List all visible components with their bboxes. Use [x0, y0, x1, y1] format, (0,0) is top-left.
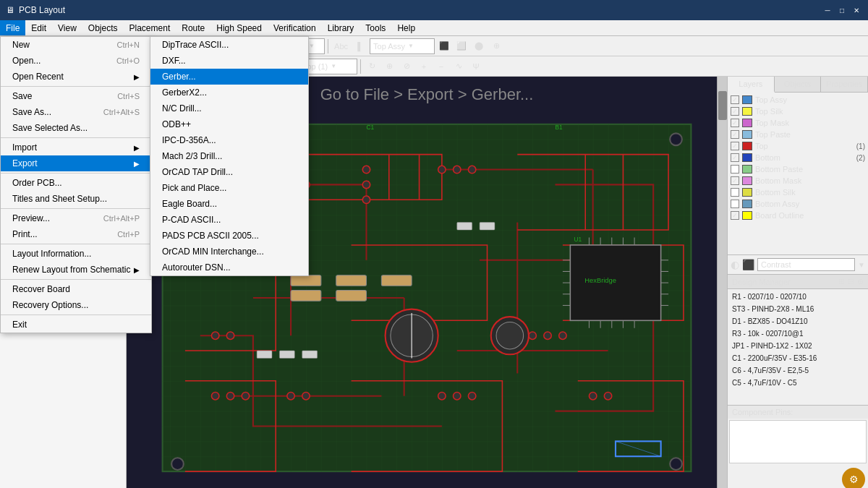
file-menu-exit[interactable]: Exit — [1, 317, 151, 333]
export-menu-diptrace-ascii---[interactable]: DipTrace ASCII... — [150, 37, 308, 53]
export-menu-gerberx2---[interactable]: GerberX2... — [150, 85, 308, 100]
bar-button[interactable]: ▌ — [352, 38, 368, 54]
dm-component-item[interactable]: JP1 - PINHD-1X2 - 1X02 — [731, 340, 865, 352]
export-menu-dxf---[interactable]: DXF... — [150, 53, 308, 69]
dm-component-item[interactable]: C6 - 4,7uF/35V - E2,5-5 — [731, 364, 865, 377]
tool4-button[interactable]: ⊕ — [488, 38, 504, 54]
filter-btn[interactable]: ⊘ — [399, 59, 414, 74]
file-menu-layout-information---[interactable]: Layout Information... — [1, 246, 151, 262]
layer-row-bottom-assy[interactable]: Bottom Assy — [729, 198, 867, 210]
export-menu-orcad-tap-drill---[interactable]: OrCAD TAP Drill... — [150, 164, 308, 180]
menu-file[interactable]: File — [0, 20, 25, 35]
minimize-button[interactable]: ─ — [822, 4, 833, 16]
file-menu-export[interactable]: Export▶ — [1, 155, 151, 171]
file-menu-order-pcb---[interactable]: Order PCB... — [1, 175, 151, 191]
file-menu-open---[interactable]: Open...Ctrl+O — [1, 53, 151, 69]
menu-route[interactable]: Route — [176, 20, 210, 35]
file-menu-open-recent[interactable]: Open Recent▶ — [1, 69, 151, 85]
layer-row-bottom-silk[interactable]: Bottom Silk — [729, 187, 867, 198]
expand-btn[interactable]: ⊕ — [381, 59, 397, 74]
plus-btn[interactable]: + — [416, 59, 432, 74]
dm-icon1[interactable]: ⊞ — [838, 277, 845, 286]
menu-placement[interactable]: Placement — [124, 20, 176, 35]
file-menu-recover-board[interactable]: Recover Board — [1, 281, 151, 297]
menu-verification[interactable]: Verification — [268, 20, 322, 35]
export-menu-pads-pcb-ascii-2005---[interactable]: PADS PCB ASCII 2005... — [150, 228, 308, 244]
file-menu-print---[interactable]: Print...Ctrl+P — [1, 226, 151, 242]
menu-view[interactable]: View — [52, 20, 82, 35]
file-menu-save-selected-as---[interactable]: Save Selected As... — [1, 120, 151, 136]
wave-btn[interactable]: ∿ — [451, 59, 467, 74]
abc-button[interactable]: Abc — [331, 38, 351, 54]
file-menu-new[interactable]: NewCtrl+N — [1, 37, 151, 53]
export-menu-eagle-board---[interactable]: Eagle Board... — [150, 196, 308, 212]
contrast-dropdown-arrow[interactable]: ▼ — [858, 261, 865, 269]
tool3-button[interactable]: ⬤ — [471, 38, 487, 54]
export-menu-gerber---[interactable]: Gerber... — [150, 69, 308, 85]
file-menu-titles-and-sheet-setup---[interactable]: Titles and Sheet Setup... — [1, 191, 151, 207]
layer-check-0[interactable]: ✓ — [731, 95, 739, 104]
layer-check-5[interactable]: ✓ — [731, 153, 739, 162]
layer-check-4[interactable]: ✓ — [731, 142, 739, 150]
dm-icon2[interactable]: ⊟ — [848, 277, 854, 286]
dm-component-item[interactable]: R3 - 10k - 0207/10@1 — [731, 328, 865, 340]
dm-icon3[interactable]: ⊕ — [857, 277, 864, 286]
layer-check-6[interactable] — [731, 165, 739, 174]
export-menu-p-cad-ascii---[interactable]: P-CAD ASCII... — [150, 212, 308, 228]
export-menu-n-c-drill---[interactable]: N/C Drill... — [150, 100, 308, 116]
maximize-button[interactable]: □ — [836, 4, 848, 16]
menu-edit[interactable]: Edit — [25, 20, 52, 35]
layer-row-bottom-mask[interactable]: ✓Bottom Mask — [729, 175, 867, 187]
file-menu-save[interactable]: SaveCtrl+S — [1, 88, 151, 104]
layer-check-10[interactable]: ✓ — [731, 211, 739, 220]
layer-row-top-assy[interactable]: ✓Top Assy — [729, 94, 867, 106]
layer-row-top-paste[interactable]: ✓Top Paste — [729, 129, 867, 140]
right-tab-properties[interactable]: Properties — [821, 77, 868, 92]
dm-component-item[interactable]: D1 - BZX85 - DO41Z10 — [731, 315, 865, 328]
contrast-icon2[interactable]: ⬛ — [742, 259, 754, 270]
file-menu-recovery-options---[interactable]: Recovery Options... — [1, 297, 151, 313]
export-menu-odb--[interactable]: ODB++ — [150, 116, 308, 132]
export-menu-ipc-d-356a---[interactable]: IPC-D-356A... — [150, 132, 308, 148]
export-menu-autorouter-dsn---[interactable]: Autorouter DSN... — [150, 260, 308, 275]
dm-component-item[interactable]: C1 - 2200uF/35V - E35-16 — [731, 352, 865, 364]
layer-row-board-outline[interactable]: ✓Board Outline — [729, 210, 867, 221]
right-tab-objects[interactable]: Objects — [775, 77, 822, 92]
dm-component-item[interactable]: R1 - 0207/10 - 0207/10 — [731, 291, 865, 303]
contrast-dropdown[interactable]: Contrast — [757, 258, 855, 271]
layer-row-bottom[interactable]: ✓Bottom(2) — [729, 152, 867, 163]
menu-help[interactable]: Help — [391, 20, 421, 35]
layer-check-9[interactable] — [731, 200, 739, 208]
minus-btn[interactable]: − — [433, 59, 449, 74]
antenna-btn[interactable]: Ψ — [468, 59, 484, 74]
layer-row-top-silk[interactable]: ✓Top Silk — [729, 106, 867, 117]
contrast-icon1[interactable]: ◐ — [731, 259, 739, 270]
dm-component-item[interactable]: C5 - 4,7uF/10V - C5 — [731, 377, 865, 389]
vertical-scrollbar[interactable] — [717, 77, 727, 488]
export-menu-mach-2-3-drill---[interactable]: Mach 2/3 Drill... — [150, 148, 308, 164]
menu-library[interactable]: Library — [322, 20, 360, 35]
right-tab-layers[interactable]: Layers — [728, 77, 775, 93]
close-button[interactable]: ✕ — [851, 4, 862, 16]
vscroll-thumb[interactable] — [718, 91, 727, 120]
tool2-button[interactable]: ⬜ — [454, 38, 469, 54]
layer-row-top-mask[interactable]: ✓Top Mask — [729, 117, 867, 129]
layer-row-top[interactable]: ✓Top(1) — [729, 140, 867, 152]
layer-check-1[interactable]: ✓ — [731, 107, 739, 116]
layer-row-bottom-paste[interactable]: Bottom Paste — [729, 163, 867, 175]
menu-tools[interactable]: Tools — [359, 20, 391, 35]
layer-dropdown[interactable]: Top Assy ▼ — [370, 38, 435, 54]
file-menu-save-as---[interactable]: Save As...Ctrl+Alt+S — [1, 104, 151, 120]
export-menu-pick-and-place---[interactable]: Pick and Place... — [150, 180, 308, 196]
export-menu-orcad-min-interchange---[interactable]: OrCAD MIN Interchange... — [150, 244, 308, 260]
layer-check-3[interactable]: ✓ — [731, 130, 739, 139]
menu-highspeed[interactable]: High Speed — [210, 20, 268, 35]
layer-check-8[interactable] — [731, 188, 739, 197]
layer-check-2[interactable]: ✓ — [731, 119, 739, 127]
file-menu-preview---[interactable]: Preview...Ctrl+Alt+P — [1, 210, 151, 226]
layer-check-7[interactable]: ✓ — [731, 176, 739, 185]
file-menu-renew-layout-from-schematic[interactable]: Renew Layout from Schematic▶ — [1, 262, 151, 278]
dm-component-item[interactable]: ST3 - PINHD-2X8 - ML16 — [731, 303, 865, 315]
tool1-button[interactable]: ⬛ — [436, 38, 452, 54]
refresh-btn[interactable]: ↻ — [364, 59, 380, 74]
